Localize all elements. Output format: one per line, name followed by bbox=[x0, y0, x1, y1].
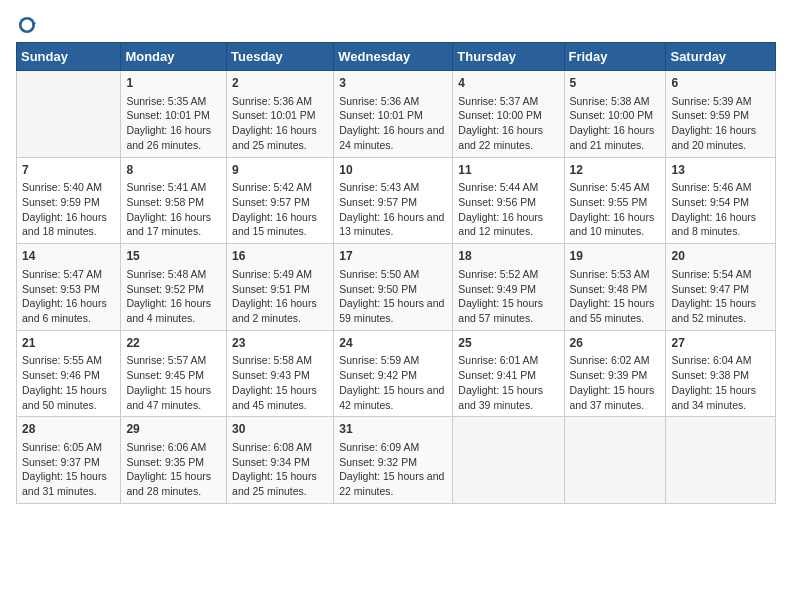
day-number: 3 bbox=[339, 75, 447, 92]
calendar-cell: 31Sunrise: 6:09 AMSunset: 9:32 PMDayligh… bbox=[334, 417, 453, 504]
sunset-text: Sunset: 9:35 PM bbox=[126, 456, 204, 468]
sunset-text: Sunset: 9:32 PM bbox=[339, 456, 417, 468]
calendar-cell: 4Sunrise: 5:37 AMSunset: 10:00 PMDayligh… bbox=[453, 71, 564, 158]
day-number: 22 bbox=[126, 335, 221, 352]
daylight-text: Daylight: 15 hours and 31 minutes. bbox=[22, 470, 107, 497]
daylight-text: Daylight: 16 hours and 20 minutes. bbox=[671, 124, 756, 151]
daylight-text: Daylight: 16 hours and 10 minutes. bbox=[570, 211, 655, 238]
calendar-week-row: 28Sunrise: 6:05 AMSunset: 9:37 PMDayligh… bbox=[17, 417, 776, 504]
sunset-text: Sunset: 9:34 PM bbox=[232, 456, 310, 468]
calendar-cell: 25Sunrise: 6:01 AMSunset: 9:41 PMDayligh… bbox=[453, 330, 564, 417]
sunrise-text: Sunrise: 5:52 AM bbox=[458, 268, 538, 280]
sunrise-text: Sunrise: 5:42 AM bbox=[232, 181, 312, 193]
daylight-text: Daylight: 16 hours and 18 minutes. bbox=[22, 211, 107, 238]
day-number: 26 bbox=[570, 335, 661, 352]
daylight-text: Daylight: 15 hours and 39 minutes. bbox=[458, 384, 543, 411]
calendar-cell: 12Sunrise: 5:45 AMSunset: 9:55 PMDayligh… bbox=[564, 157, 666, 244]
daylight-text: Daylight: 16 hours and 15 minutes. bbox=[232, 211, 317, 238]
day-number: 6 bbox=[671, 75, 770, 92]
daylight-text: Daylight: 16 hours and 17 minutes. bbox=[126, 211, 211, 238]
sunset-text: Sunset: 9:54 PM bbox=[671, 196, 749, 208]
calendar-cell: 2Sunrise: 5:36 AMSunset: 10:01 PMDayligh… bbox=[227, 71, 334, 158]
daylight-text: Daylight: 16 hours and 6 minutes. bbox=[22, 297, 107, 324]
calendar-header-row: SundayMondayTuesdayWednesdayThursdayFrid… bbox=[17, 43, 776, 71]
sunset-text: Sunset: 9:39 PM bbox=[570, 369, 648, 381]
sunrise-text: Sunrise: 5:39 AM bbox=[671, 95, 751, 107]
daylight-text: Daylight: 16 hours and 2 minutes. bbox=[232, 297, 317, 324]
day-number: 2 bbox=[232, 75, 328, 92]
calendar-cell: 30Sunrise: 6:08 AMSunset: 9:34 PMDayligh… bbox=[227, 417, 334, 504]
daylight-text: Daylight: 15 hours and 59 minutes. bbox=[339, 297, 444, 324]
daylight-text: Daylight: 16 hours and 22 minutes. bbox=[458, 124, 543, 151]
calendar-cell: 3Sunrise: 5:36 AMSunset: 10:01 PMDayligh… bbox=[334, 71, 453, 158]
daylight-text: Daylight: 15 hours and 47 minutes. bbox=[126, 384, 211, 411]
daylight-text: Daylight: 15 hours and 45 minutes. bbox=[232, 384, 317, 411]
calendar-header-day: Saturday bbox=[666, 43, 776, 71]
calendar-cell: 23Sunrise: 5:58 AMSunset: 9:43 PMDayligh… bbox=[227, 330, 334, 417]
daylight-text: Daylight: 16 hours and 13 minutes. bbox=[339, 211, 444, 238]
sunset-text: Sunset: 9:45 PM bbox=[126, 369, 204, 381]
calendar-cell: 15Sunrise: 5:48 AMSunset: 9:52 PMDayligh… bbox=[121, 244, 227, 331]
calendar-cell: 28Sunrise: 6:05 AMSunset: 9:37 PMDayligh… bbox=[17, 417, 121, 504]
calendar-cell: 29Sunrise: 6:06 AMSunset: 9:35 PMDayligh… bbox=[121, 417, 227, 504]
sunrise-text: Sunrise: 5:55 AM bbox=[22, 354, 102, 366]
sunrise-text: Sunrise: 5:40 AM bbox=[22, 181, 102, 193]
sunrise-text: Sunrise: 5:58 AM bbox=[232, 354, 312, 366]
sunrise-text: Sunrise: 5:35 AM bbox=[126, 95, 206, 107]
sunrise-text: Sunrise: 5:57 AM bbox=[126, 354, 206, 366]
sunrise-text: Sunrise: 6:04 AM bbox=[671, 354, 751, 366]
sunrise-text: Sunrise: 6:02 AM bbox=[570, 354, 650, 366]
day-number: 24 bbox=[339, 335, 447, 352]
daylight-text: Daylight: 15 hours and 52 minutes. bbox=[671, 297, 756, 324]
sunrise-text: Sunrise: 5:43 AM bbox=[339, 181, 419, 193]
daylight-text: Daylight: 15 hours and 25 minutes. bbox=[232, 470, 317, 497]
sunset-text: Sunset: 9:41 PM bbox=[458, 369, 536, 381]
sunset-text: Sunset: 9:46 PM bbox=[22, 369, 100, 381]
calendar-week-row: 14Sunrise: 5:47 AMSunset: 9:53 PMDayligh… bbox=[17, 244, 776, 331]
day-number: 21 bbox=[22, 335, 115, 352]
daylight-text: Daylight: 16 hours and 12 minutes. bbox=[458, 211, 543, 238]
day-number: 11 bbox=[458, 162, 558, 179]
daylight-text: Daylight: 15 hours and 37 minutes. bbox=[570, 384, 655, 411]
calendar-header-day: Wednesday bbox=[334, 43, 453, 71]
day-number: 20 bbox=[671, 248, 770, 265]
sunrise-text: Sunrise: 5:36 AM bbox=[232, 95, 312, 107]
sunset-text: Sunset: 9:53 PM bbox=[22, 283, 100, 295]
sunrise-text: Sunrise: 5:46 AM bbox=[671, 181, 751, 193]
sunset-text: Sunset: 9:43 PM bbox=[232, 369, 310, 381]
daylight-text: Daylight: 15 hours and 57 minutes. bbox=[458, 297, 543, 324]
calendar-cell: 10Sunrise: 5:43 AMSunset: 9:57 PMDayligh… bbox=[334, 157, 453, 244]
sunset-text: Sunset: 9:42 PM bbox=[339, 369, 417, 381]
sunrise-text: Sunrise: 6:09 AM bbox=[339, 441, 419, 453]
calendar-cell: 7Sunrise: 5:40 AMSunset: 9:59 PMDaylight… bbox=[17, 157, 121, 244]
daylight-text: Daylight: 16 hours and 24 minutes. bbox=[339, 124, 444, 151]
calendar-cell: 24Sunrise: 5:59 AMSunset: 9:42 PMDayligh… bbox=[334, 330, 453, 417]
sunrise-text: Sunrise: 6:01 AM bbox=[458, 354, 538, 366]
sunrise-text: Sunrise: 5:59 AM bbox=[339, 354, 419, 366]
calendar-cell: 8Sunrise: 5:41 AMSunset: 9:58 PMDaylight… bbox=[121, 157, 227, 244]
day-number: 31 bbox=[339, 421, 447, 438]
day-number: 23 bbox=[232, 335, 328, 352]
calendar-cell: 16Sunrise: 5:49 AMSunset: 9:51 PMDayligh… bbox=[227, 244, 334, 331]
sunset-text: Sunset: 9:58 PM bbox=[126, 196, 204, 208]
sunset-text: Sunset: 10:00 PM bbox=[458, 109, 541, 121]
calendar-cell: 9Sunrise: 5:42 AMSunset: 9:57 PMDaylight… bbox=[227, 157, 334, 244]
day-number: 28 bbox=[22, 421, 115, 438]
day-number: 9 bbox=[232, 162, 328, 179]
sunset-text: Sunset: 9:59 PM bbox=[671, 109, 749, 121]
calendar-cell: 6Sunrise: 5:39 AMSunset: 9:59 PMDaylight… bbox=[666, 71, 776, 158]
sunset-text: Sunset: 9:48 PM bbox=[570, 283, 648, 295]
svg-point-1 bbox=[22, 20, 33, 31]
calendar-cell: 21Sunrise: 5:55 AMSunset: 9:46 PMDayligh… bbox=[17, 330, 121, 417]
sunset-text: Sunset: 9:55 PM bbox=[570, 196, 648, 208]
calendar-cell: 5Sunrise: 5:38 AMSunset: 10:00 PMDayligh… bbox=[564, 71, 666, 158]
sunset-text: Sunset: 9:37 PM bbox=[22, 456, 100, 468]
sunrise-text: Sunrise: 5:53 AM bbox=[570, 268, 650, 280]
daylight-text: Daylight: 15 hours and 22 minutes. bbox=[339, 470, 444, 497]
calendar-cell: 1Sunrise: 5:35 AMSunset: 10:01 PMDayligh… bbox=[121, 71, 227, 158]
calendar-cell: 27Sunrise: 6:04 AMSunset: 9:38 PMDayligh… bbox=[666, 330, 776, 417]
calendar-cell bbox=[17, 71, 121, 158]
day-number: 30 bbox=[232, 421, 328, 438]
calendar-cell: 13Sunrise: 5:46 AMSunset: 9:54 PMDayligh… bbox=[666, 157, 776, 244]
daylight-text: Daylight: 15 hours and 55 minutes. bbox=[570, 297, 655, 324]
